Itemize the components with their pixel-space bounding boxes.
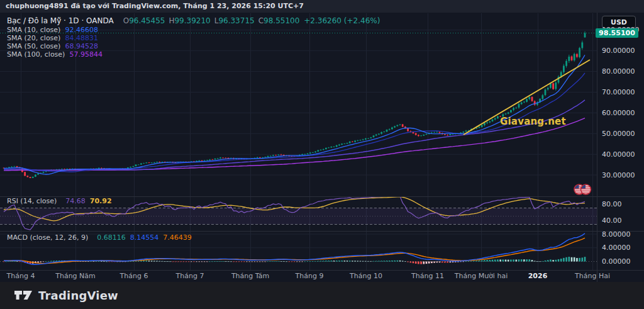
sma-legend-row: SMA (20, close)84.48831 [7,34,103,42]
time-axis-label: Tháng 6 [106,272,162,281]
sma-legend-row: SMA (50, close)68.94528 [7,42,103,50]
sma-legend-value: 57.95844 [69,50,103,59]
indicator-value: 74.68 [65,197,86,205]
ohlc-value: 99.39210 [174,16,210,25]
sma-legend-row: SMA (10, close)92.46608 [7,26,103,34]
sma-legend-value: 84.48831 [65,34,98,42]
rsi-band [0,208,597,225]
sma-legend-label: SMA (50, close) [7,42,60,50]
price-tick-label: 30.00000 [602,171,635,179]
time-axis-label: Tháng Hai [564,272,621,281]
time-axis-label: Tháng 10 [338,272,394,281]
time-axis-label: Tháng Mười hai [453,272,509,281]
bottom-bar: TradingView [0,282,644,309]
tradingview-logo-text[interactable]: TradingView [38,289,118,302]
sma-legend-label: SMA (20, close) [7,34,60,42]
instrument-flags-icon [574,184,591,194]
sma-legend-row: SMA (100, close)57.95844 [7,50,103,59]
ohlc-value: 96.33715 [218,16,254,25]
indicator-value: 7.46439 [163,233,192,242]
attribution-text: chuphuong4891 đã tạo với TradingView.com… [6,2,304,10]
price-tick-label: 70.00000 [602,88,635,96]
last-price-label: 98.55100 [596,28,638,38]
ohlc-key: O [123,16,129,25]
sma-legend-label: SMA (100, close) [7,50,65,59]
tradingview-snapshot: chuphuong4891 đã tạo với TradingView.com… [0,0,644,309]
rsi-legend-label: RSI (14, close) [7,197,57,205]
time-axis-label: Tháng Năm [47,272,104,281]
ohlc-value: 98.55100 [264,16,299,25]
rsi-tick-label: 80.00 [602,200,622,208]
macd-tick-label: 0.00000 [602,257,631,266]
indicator-value: 8.14554 [130,233,159,242]
rsi-tick-label: 40.00 [602,216,622,225]
price-tick-label: 60.00000 [602,109,635,117]
ohlc-values: O96.45455H99.39210L96.33715C98.55100 [119,16,300,25]
time-axis-label: Tháng Tám [222,272,279,281]
time-axis-label: Tháng 4 [0,272,49,281]
watermark-text: Giavang.net [500,116,575,127]
tradingview-logo-icon[interactable] [14,289,33,302]
ohlc-key: C [258,16,264,25]
time-axis-label: Tháng 9 [281,272,338,281]
snapshot-attribution-bar: chuphuong4891 đã tạo với TradingView.com… [0,0,644,13]
macd-legend: MACD (close, 12, 26, 9)0.681168.145547.4… [7,233,192,242]
macd-tick-label: 4.00000 [602,244,631,252]
macd-tick-label: 8.00000 [602,230,631,239]
price-tick-label: 90.00000 [602,47,635,55]
price-tick-label: 50.00000 [602,130,635,138]
price-tick-label: 40.00000 [602,150,635,159]
sma-legend: SMA (10, close)92.46608SMA (20, close)84… [7,26,103,59]
rsi-legend: RSI (14, close)74.6870.92 [7,197,112,205]
macd-legend-label: MACD (close, 12, 26, 9) [7,233,88,242]
sma-legend-value: 68.94528 [65,42,98,50]
time-axis-label: Tháng 7 [162,272,218,281]
sma-legend-value: 92.46608 [65,26,98,34]
indicator-value: 70.92 [90,197,112,205]
indicator-value: 0.68116 [97,233,126,242]
price-tick-label: 80.00000 [602,67,635,76]
change-value: +2.36260 (+2.46%) [304,16,380,25]
symbol-title: Bạc / Đô la Mỹ · 1D · OANDA [7,16,114,25]
time-axis-label: Tháng 11 [399,272,456,281]
sma-legend-label: SMA (10, close) [7,26,60,34]
symbol-legend: Bạc / Đô la Mỹ · 1D · OANDAO96.45455H99.… [7,17,380,25]
time-axis-label: 2026 [509,272,566,281]
ohlc-value: 96.45455 [129,16,165,25]
